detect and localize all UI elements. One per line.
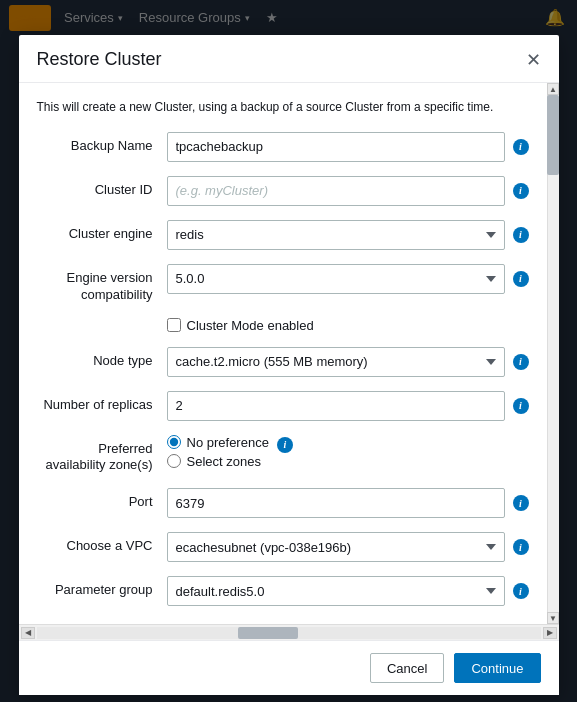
num-replicas-info-icon[interactable]: i (513, 398, 529, 414)
parameter-group-select[interactable]: default.redis5.0 (167, 576, 505, 606)
select-zones-radio[interactable] (167, 454, 181, 468)
cluster-mode-label[interactable]: Cluster Mode enabled (187, 318, 314, 333)
cluster-id-row: Cluster ID i (37, 176, 529, 206)
preferred-az-info-icon[interactable]: i (277, 437, 293, 453)
choose-vpc-label: Choose a VPC (37, 532, 167, 555)
hscroll-thumb[interactable] (238, 627, 298, 639)
port-row: Port i (37, 488, 529, 518)
backup-name-input[interactable] (167, 132, 505, 162)
parameter-group-control: default.redis5.0 i (167, 576, 529, 606)
hscroll-right-button[interactable]: ▶ (543, 627, 557, 639)
cluster-mode-row: Cluster Mode enabled (37, 318, 529, 333)
cluster-engine-control: redis memcached i (167, 220, 529, 250)
choose-vpc-info-icon[interactable]: i (513, 539, 529, 555)
num-replicas-label: Number of replicas (37, 391, 167, 414)
node-type-row: Node type cache.t2.micro (555 MB memory)… (37, 347, 529, 377)
horizontal-scrollbar[interactable]: ◀ ▶ (19, 624, 559, 640)
cluster-engine-row: Cluster engine redis memcached i (37, 220, 529, 250)
node-type-info-icon[interactable]: i (513, 354, 529, 370)
port-control: i (167, 488, 529, 518)
backup-name-control: i (167, 132, 529, 162)
choose-vpc-select[interactable]: ecachesubnet (vpc-038e196b) (167, 532, 505, 562)
parameter-group-row: Parameter group default.redis5.0 i (37, 576, 529, 606)
select-zones-label[interactable]: Select zones (187, 454, 261, 469)
port-input[interactable] (167, 488, 505, 518)
num-replicas-input[interactable] (167, 391, 505, 421)
modal-header: Restore Cluster ✕ (19, 35, 559, 83)
modal-body-wrapper: This will create a new Cluster, using a … (19, 83, 559, 624)
preferred-az-control: No preference Select zones i (167, 435, 529, 469)
node-type-control: cache.t2.micro (555 MB memory) cache.t2.… (167, 347, 529, 377)
preferred-az-label: Preferredavailability zone(s) (37, 435, 167, 475)
parameter-group-label: Parameter group (37, 576, 167, 599)
preferred-az-radio-group: No preference Select zones (167, 435, 269, 469)
cluster-engine-info-icon[interactable]: i (513, 227, 529, 243)
no-preference-label[interactable]: No preference (187, 435, 269, 450)
parameter-group-info-icon[interactable]: i (513, 583, 529, 599)
restore-cluster-modal: Restore Cluster ✕ This will create a new… (19, 35, 559, 695)
cluster-id-input[interactable] (167, 176, 505, 206)
select-zones-option: Select zones (167, 454, 269, 469)
cancel-button[interactable]: Cancel (370, 653, 444, 683)
engine-version-info-icon[interactable]: i (513, 271, 529, 287)
choose-vpc-row: Choose a VPC ecachesubnet (vpc-038e196b)… (37, 532, 529, 562)
preferred-az-row: Preferredavailability zone(s) No prefere… (37, 435, 529, 475)
cluster-id-label: Cluster ID (37, 176, 167, 199)
cluster-engine-label: Cluster engine (37, 220, 167, 243)
engine-version-row: Engine versioncompatibility 5.0.0 4.0.10… (37, 264, 529, 304)
continue-button[interactable]: Continue (454, 653, 540, 683)
scrollbar-down-button[interactable]: ▼ (547, 612, 559, 624)
cluster-id-info-icon[interactable]: i (513, 183, 529, 199)
vertical-scrollbar[interactable]: ▲ ▼ (547, 83, 559, 624)
engine-version-label: Engine versioncompatibility (37, 264, 167, 304)
num-replicas-control: i (167, 391, 529, 421)
port-info-icon[interactable]: i (513, 495, 529, 511)
hscroll-track (37, 627, 541, 639)
backup-name-label: Backup Name (37, 132, 167, 155)
choose-vpc-control: ecachesubnet (vpc-038e196b) i (167, 532, 529, 562)
engine-version-select[interactable]: 5.0.0 4.0.10 3.2.10 (167, 264, 505, 294)
num-replicas-row: Number of replicas i (37, 391, 529, 421)
modal-overlay: Restore Cluster ✕ This will create a new… (0, 0, 577, 702)
close-icon[interactable]: ✕ (526, 51, 541, 69)
no-preference-radio[interactable] (167, 435, 181, 449)
backup-name-row: Backup Name i (37, 132, 529, 162)
cluster-engine-select[interactable]: redis memcached (167, 220, 505, 250)
cluster-mode-checkbox[interactable] (167, 318, 181, 332)
port-label: Port (37, 488, 167, 511)
modal-footer: Cancel Continue (19, 640, 559, 695)
engine-version-control: 5.0.0 4.0.10 3.2.10 i (167, 264, 529, 294)
description-text: This will create a new Cluster, using a … (37, 99, 529, 116)
modal-title: Restore Cluster (37, 49, 162, 70)
modal-body: This will create a new Cluster, using a … (19, 83, 547, 624)
scrollbar-up-button[interactable]: ▲ (547, 83, 559, 95)
backup-name-info-icon[interactable]: i (513, 139, 529, 155)
scrollbar-thumb[interactable] (547, 95, 559, 175)
cluster-id-control: i (167, 176, 529, 206)
hscroll-left-button[interactable]: ◀ (21, 627, 35, 639)
no-preference-option: No preference (167, 435, 269, 450)
node-type-label: Node type (37, 347, 167, 370)
scrollbar-track (547, 95, 559, 612)
node-type-select[interactable]: cache.t2.micro (555 MB memory) cache.t2.… (167, 347, 505, 377)
